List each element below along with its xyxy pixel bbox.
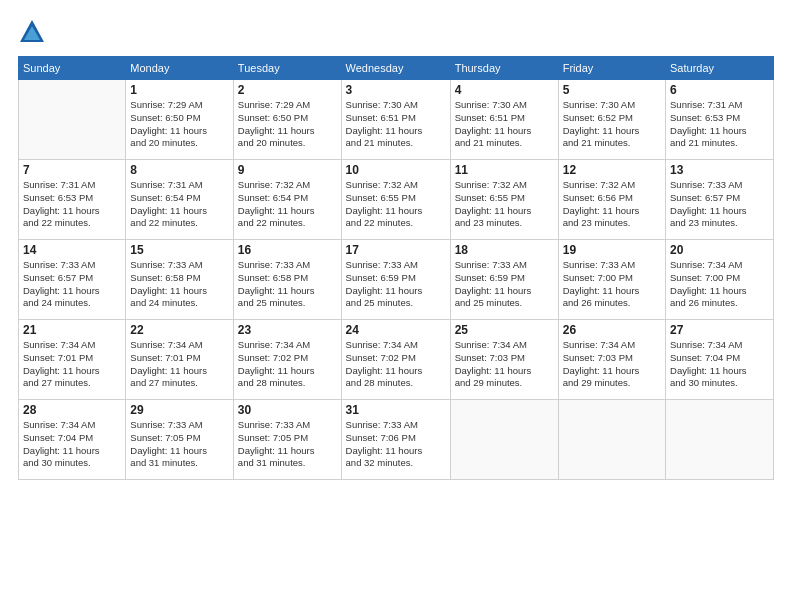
weekday-header: Monday — [126, 57, 234, 80]
day-number: 9 — [238, 163, 337, 177]
day-number: 26 — [563, 323, 661, 337]
calendar-cell: 7Sunrise: 7:31 AMSunset: 6:53 PMDaylight… — [19, 160, 126, 240]
day-number: 29 — [130, 403, 229, 417]
day-number: 8 — [130, 163, 229, 177]
day-number: 4 — [455, 83, 554, 97]
day-info: Sunrise: 7:33 AMSunset: 6:59 PMDaylight:… — [455, 259, 554, 310]
day-number: 22 — [130, 323, 229, 337]
day-number: 5 — [563, 83, 661, 97]
day-info: Sunrise: 7:30 AMSunset: 6:51 PMDaylight:… — [455, 99, 554, 150]
weekday-header: Sunday — [19, 57, 126, 80]
day-info: Sunrise: 7:33 AMSunset: 6:58 PMDaylight:… — [238, 259, 337, 310]
calendar-cell — [19, 80, 126, 160]
day-info: Sunrise: 7:32 AMSunset: 6:54 PMDaylight:… — [238, 179, 337, 230]
calendar-cell: 17Sunrise: 7:33 AMSunset: 6:59 PMDayligh… — [341, 240, 450, 320]
calendar-cell: 24Sunrise: 7:34 AMSunset: 7:02 PMDayligh… — [341, 320, 450, 400]
calendar-cell: 16Sunrise: 7:33 AMSunset: 6:58 PMDayligh… — [233, 240, 341, 320]
calendar-cell: 2Sunrise: 7:29 AMSunset: 6:50 PMDaylight… — [233, 80, 341, 160]
calendar-cell: 23Sunrise: 7:34 AMSunset: 7:02 PMDayligh… — [233, 320, 341, 400]
day-number: 14 — [23, 243, 121, 257]
calendar-cell: 30Sunrise: 7:33 AMSunset: 7:05 PMDayligh… — [233, 400, 341, 480]
day-info: Sunrise: 7:34 AMSunset: 7:01 PMDaylight:… — [130, 339, 229, 390]
calendar-cell: 28Sunrise: 7:34 AMSunset: 7:04 PMDayligh… — [19, 400, 126, 480]
day-number: 25 — [455, 323, 554, 337]
day-number: 27 — [670, 323, 769, 337]
day-number: 15 — [130, 243, 229, 257]
day-number: 6 — [670, 83, 769, 97]
calendar-cell: 4Sunrise: 7:30 AMSunset: 6:51 PMDaylight… — [450, 80, 558, 160]
calendar-cell: 27Sunrise: 7:34 AMSunset: 7:04 PMDayligh… — [666, 320, 774, 400]
day-info: Sunrise: 7:34 AMSunset: 7:04 PMDaylight:… — [23, 419, 121, 470]
day-number: 13 — [670, 163, 769, 177]
page: SundayMondayTuesdayWednesdayThursdayFrid… — [0, 0, 792, 612]
calendar-cell: 3Sunrise: 7:30 AMSunset: 6:51 PMDaylight… — [341, 80, 450, 160]
day-info: Sunrise: 7:31 AMSunset: 6:53 PMDaylight:… — [670, 99, 769, 150]
day-info: Sunrise: 7:30 AMSunset: 6:52 PMDaylight:… — [563, 99, 661, 150]
day-number: 11 — [455, 163, 554, 177]
day-info: Sunrise: 7:34 AMSunset: 7:04 PMDaylight:… — [670, 339, 769, 390]
calendar-cell: 22Sunrise: 7:34 AMSunset: 7:01 PMDayligh… — [126, 320, 234, 400]
day-number: 30 — [238, 403, 337, 417]
day-number: 28 — [23, 403, 121, 417]
day-info: Sunrise: 7:33 AMSunset: 7:05 PMDaylight:… — [238, 419, 337, 470]
day-number: 17 — [346, 243, 446, 257]
calendar-cell: 8Sunrise: 7:31 AMSunset: 6:54 PMDaylight… — [126, 160, 234, 240]
calendar-cell: 11Sunrise: 7:32 AMSunset: 6:55 PMDayligh… — [450, 160, 558, 240]
calendar-week-row: 7Sunrise: 7:31 AMSunset: 6:53 PMDaylight… — [19, 160, 774, 240]
calendar-cell: 9Sunrise: 7:32 AMSunset: 6:54 PMDaylight… — [233, 160, 341, 240]
day-info: Sunrise: 7:32 AMSunset: 6:55 PMDaylight:… — [455, 179, 554, 230]
calendar-cell: 31Sunrise: 7:33 AMSunset: 7:06 PMDayligh… — [341, 400, 450, 480]
day-info: Sunrise: 7:34 AMSunset: 7:02 PMDaylight:… — [346, 339, 446, 390]
weekday-header: Saturday — [666, 57, 774, 80]
day-number: 16 — [238, 243, 337, 257]
calendar-cell: 1Sunrise: 7:29 AMSunset: 6:50 PMDaylight… — [126, 80, 234, 160]
day-number: 1 — [130, 83, 229, 97]
day-info: Sunrise: 7:29 AMSunset: 6:50 PMDaylight:… — [238, 99, 337, 150]
day-info: Sunrise: 7:33 AMSunset: 7:06 PMDaylight:… — [346, 419, 446, 470]
day-number: 23 — [238, 323, 337, 337]
calendar-week-row: 14Sunrise: 7:33 AMSunset: 6:57 PMDayligh… — [19, 240, 774, 320]
calendar-cell — [450, 400, 558, 480]
day-info: Sunrise: 7:33 AMSunset: 7:00 PMDaylight:… — [563, 259, 661, 310]
day-number: 31 — [346, 403, 446, 417]
day-info: Sunrise: 7:33 AMSunset: 6:57 PMDaylight:… — [670, 179, 769, 230]
day-number: 12 — [563, 163, 661, 177]
day-info: Sunrise: 7:33 AMSunset: 7:05 PMDaylight:… — [130, 419, 229, 470]
logo-icon — [18, 18, 46, 46]
day-number: 19 — [563, 243, 661, 257]
weekday-header: Thursday — [450, 57, 558, 80]
day-info: Sunrise: 7:33 AMSunset: 6:59 PMDaylight:… — [346, 259, 446, 310]
calendar-cell: 20Sunrise: 7:34 AMSunset: 7:00 PMDayligh… — [666, 240, 774, 320]
weekday-header: Friday — [558, 57, 665, 80]
calendar-cell: 10Sunrise: 7:32 AMSunset: 6:55 PMDayligh… — [341, 160, 450, 240]
day-info: Sunrise: 7:32 AMSunset: 6:55 PMDaylight:… — [346, 179, 446, 230]
day-number: 10 — [346, 163, 446, 177]
day-info: Sunrise: 7:34 AMSunset: 7:01 PMDaylight:… — [23, 339, 121, 390]
day-info: Sunrise: 7:34 AMSunset: 7:00 PMDaylight:… — [670, 259, 769, 310]
day-number: 21 — [23, 323, 121, 337]
calendar-cell: 5Sunrise: 7:30 AMSunset: 6:52 PMDaylight… — [558, 80, 665, 160]
day-info: Sunrise: 7:33 AMSunset: 6:58 PMDaylight:… — [130, 259, 229, 310]
day-info: Sunrise: 7:34 AMSunset: 7:03 PMDaylight:… — [455, 339, 554, 390]
calendar-cell: 6Sunrise: 7:31 AMSunset: 6:53 PMDaylight… — [666, 80, 774, 160]
day-number: 2 — [238, 83, 337, 97]
weekday-header: Wednesday — [341, 57, 450, 80]
calendar-cell: 12Sunrise: 7:32 AMSunset: 6:56 PMDayligh… — [558, 160, 665, 240]
calendar-cell: 14Sunrise: 7:33 AMSunset: 6:57 PMDayligh… — [19, 240, 126, 320]
weekday-header-row: SundayMondayTuesdayWednesdayThursdayFrid… — [19, 57, 774, 80]
calendar-week-row: 1Sunrise: 7:29 AMSunset: 6:50 PMDaylight… — [19, 80, 774, 160]
day-number: 20 — [670, 243, 769, 257]
day-info: Sunrise: 7:34 AMSunset: 7:03 PMDaylight:… — [563, 339, 661, 390]
calendar-week-row: 28Sunrise: 7:34 AMSunset: 7:04 PMDayligh… — [19, 400, 774, 480]
header — [18, 18, 774, 46]
weekday-header: Tuesday — [233, 57, 341, 80]
day-info: Sunrise: 7:31 AMSunset: 6:53 PMDaylight:… — [23, 179, 121, 230]
calendar-cell: 21Sunrise: 7:34 AMSunset: 7:01 PMDayligh… — [19, 320, 126, 400]
day-info: Sunrise: 7:30 AMSunset: 6:51 PMDaylight:… — [346, 99, 446, 150]
day-info: Sunrise: 7:34 AMSunset: 7:02 PMDaylight:… — [238, 339, 337, 390]
logo — [18, 18, 50, 46]
day-number: 7 — [23, 163, 121, 177]
calendar-cell: 26Sunrise: 7:34 AMSunset: 7:03 PMDayligh… — [558, 320, 665, 400]
calendar-cell: 13Sunrise: 7:33 AMSunset: 6:57 PMDayligh… — [666, 160, 774, 240]
calendar-cell — [666, 400, 774, 480]
